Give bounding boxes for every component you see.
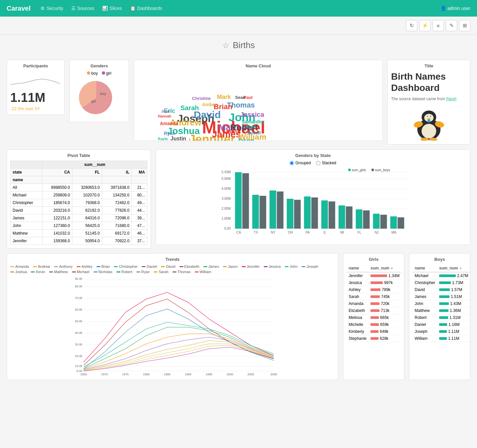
row-1: Participants 1.11M -22.5% over 5Y Gender… xyxy=(7,60,470,145)
svg-rect-40 xyxy=(304,196,311,229)
trends-title: Trends xyxy=(10,257,335,262)
word-kevin[interactable]: Kevin xyxy=(226,129,241,135)
girls-col-value[interactable]: sum_num ▼ xyxy=(369,264,401,272)
svg-text:0.00: 0.00 xyxy=(224,227,231,230)
security-icon: ⚙ xyxy=(40,6,45,11)
dashboard-title-card: Title Birth Names Dashboard The source d… xyxy=(387,60,470,145)
legend-item-matthew: Matthew xyxy=(49,270,68,274)
user-icon: 👤 xyxy=(441,6,446,11)
svg-text:boy: boy xyxy=(100,92,106,96)
word-juan[interactable]: Juan xyxy=(161,109,170,113)
boys-col-name[interactable]: name xyxy=(413,264,437,272)
list-item: Sarah745k xyxy=(347,293,401,300)
participants-value: 1.11M xyxy=(10,91,61,105)
word-ryan[interactable]: Ryan xyxy=(164,131,175,136)
svg-text:3.00M: 3.00M xyxy=(222,197,231,200)
star-icon[interactable]: ☆ xyxy=(222,41,230,50)
svg-text:2005: 2005 xyxy=(247,373,254,376)
stacked-radio[interactable]: Stacked xyxy=(316,161,336,165)
word-paul[interactable]: Paul xyxy=(243,95,252,100)
word-mark[interactable]: Mark xyxy=(217,94,231,101)
word-samantha[interactable]: Samantha xyxy=(242,119,264,124)
word-daniel[interactable]: Daniel xyxy=(202,139,226,141)
brand-logo[interactable]: Caravel xyxy=(7,5,31,12)
pivot-table-card: Pivot Table sum__num state CA FL IL MA xyxy=(7,149,151,249)
svg-text:MA: MA xyxy=(391,231,396,234)
svg-text:30.0k: 30.0k xyxy=(75,343,83,346)
svg-text:1975: 1975 xyxy=(122,373,129,376)
pivot-col-il: IL xyxy=(102,169,132,176)
nav-slices[interactable]: 📊 Slices xyxy=(102,6,122,11)
participants-card: Participants 1.11M -22.5% over 5Y xyxy=(7,60,65,115)
svg-text:1.00M: 1.00M xyxy=(222,217,231,220)
svg-rect-32 xyxy=(235,172,242,229)
legend-item-ashley: Ashley xyxy=(77,264,93,268)
word-sarah[interactable]: Sarah xyxy=(180,104,199,112)
svg-text:NJ: NJ xyxy=(375,231,378,234)
word-amanda[interactable]: Amanda xyxy=(160,121,178,126)
nav-items: ⚙ Security ☰ Sources 📊 Slices 📋 Dashboar… xyxy=(40,6,441,11)
word-kayla[interactable]: Kayla xyxy=(158,137,168,141)
pie-chart: girl boy xyxy=(73,78,119,117)
legend-item-christopher: Christopher xyxy=(114,264,138,268)
nav-dashboards[interactable]: 📋 Dashboards xyxy=(130,6,163,11)
word-jessica[interactable]: Jessica xyxy=(240,111,264,118)
dashboard: Participants 1.11M -22.5% over 5Y Gender… xyxy=(0,60,477,387)
word-christine[interactable]: Christine xyxy=(192,96,211,101)
svg-point-62 xyxy=(348,169,351,171)
grouped-radio[interactable]: Grouped xyxy=(290,161,311,165)
list-item: Elizabeth713k xyxy=(347,307,401,314)
name-cloud-card: Name Cloud MichaelJenniferJohnJamesJosep… xyxy=(134,60,383,141)
svg-point-9 xyxy=(430,116,431,117)
svg-text:PA: PA xyxy=(306,231,310,234)
word-hannah[interactable]: Hannah xyxy=(158,114,171,118)
svg-rect-51 xyxy=(398,217,404,229)
legend-item-anthony: Anthony xyxy=(54,264,72,268)
list-item: David1.57M xyxy=(413,286,470,293)
legend-item-ryan: Ryan xyxy=(136,270,150,274)
word-lisa[interactable]: Lisa xyxy=(189,137,201,141)
refresh-button[interactable]: ↻ xyxy=(406,20,417,31)
word-jason[interactable]: Jason xyxy=(237,137,254,141)
svg-rect-35 xyxy=(260,196,266,229)
word-justin[interactable]: Justin xyxy=(170,136,186,141)
legend-item-joseph: Joseph xyxy=(302,264,318,268)
word-kyle[interactable]: Kyle xyxy=(247,124,256,129)
girls-col-name[interactable]: name xyxy=(347,264,369,272)
word-amber[interactable]: Amber xyxy=(202,102,217,107)
svg-rect-34 xyxy=(252,195,259,229)
svg-text:85.0k: 85.0k xyxy=(75,277,83,280)
navbar: Caravel ⚙ Security ☰ Sources 📊 Slices 📋 … xyxy=(0,0,477,17)
boys-col-value[interactable]: sum_num ▼ xyxy=(437,264,470,272)
svg-rect-41 xyxy=(311,197,318,229)
svg-text:1980: 1980 xyxy=(143,373,150,376)
svg-text:CA: CA xyxy=(237,231,241,234)
admin-user[interactable]: 👤 admin user xyxy=(441,6,470,11)
filter-button[interactable]: ⚡ xyxy=(419,20,431,31)
svg-rect-36 xyxy=(270,190,276,229)
edit-button[interactable]: ✎ xyxy=(446,20,457,31)
svg-point-3 xyxy=(422,124,436,138)
expand-button[interactable]: ⊞ xyxy=(459,20,470,31)
svg-point-8 xyxy=(427,116,428,117)
nav-security[interactable]: ⚙ Security xyxy=(40,6,63,11)
pivot-col-ca: CA xyxy=(42,169,72,176)
list-item: Kimberly648k xyxy=(347,328,401,335)
sparkline-chart xyxy=(10,73,60,86)
list-item: Robert1.31M xyxy=(413,314,470,321)
table-row: James122151.064316.072096.039... xyxy=(11,214,147,222)
table-row: Christopher185674.079368.072462.049... xyxy=(11,199,147,207)
title-card-label: Title xyxy=(391,63,467,68)
list-item: Joseph1.11M xyxy=(413,328,470,335)
table-row: Michael259809.0102070.0134250.080... xyxy=(11,191,147,199)
nav-sources[interactable]: ☰ Sources xyxy=(71,6,94,11)
here-link[interactable]: [here] xyxy=(446,97,456,101)
trends-legend: AmandaAndrewAnthonyAshleyBrianChristophe… xyxy=(10,264,335,274)
svg-rect-50 xyxy=(390,216,397,229)
svg-text:OH: OH xyxy=(288,231,293,234)
svg-text:MI: MI xyxy=(340,231,344,234)
save-button[interactable]: ≡ xyxy=(433,20,444,31)
svg-text:40.0k: 40.0k xyxy=(75,331,83,335)
list-item: Matthew1.36M xyxy=(413,307,470,314)
word-samuel[interactable]: Samuel xyxy=(247,131,261,135)
